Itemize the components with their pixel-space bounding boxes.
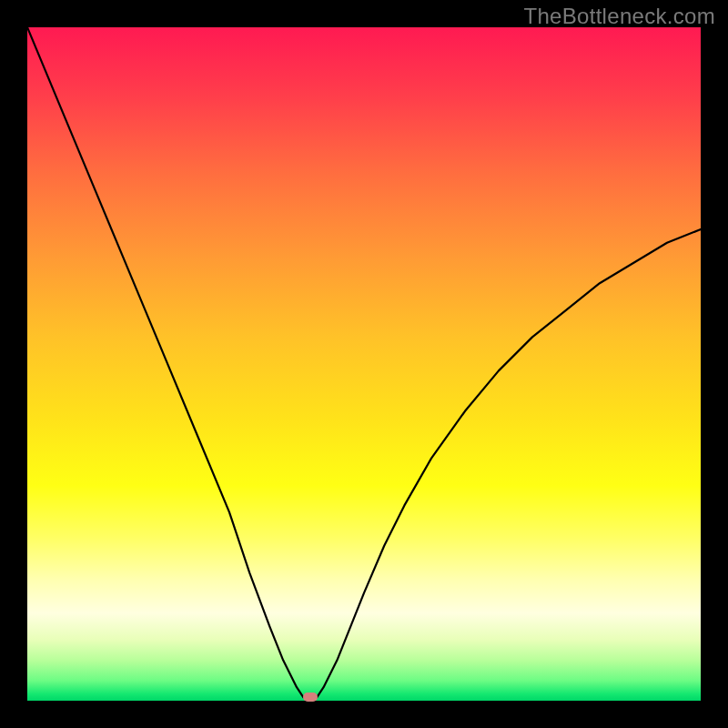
watermark-text: TheBottleneck.com [523, 4, 715, 29]
plot-area [27, 27, 701, 701]
bottleneck-curve [27, 27, 701, 701]
optimal-point-marker [303, 693, 318, 702]
